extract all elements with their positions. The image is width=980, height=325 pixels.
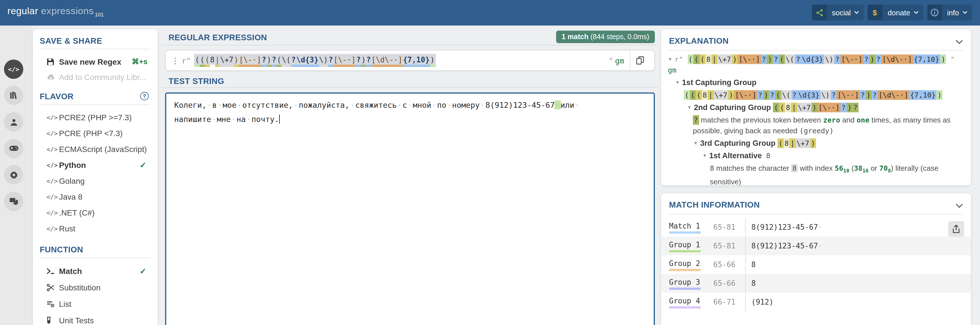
test-string-line: напишите·мне·на·почту.	[174, 112, 646, 127]
test-string-input[interactable]: Колеги,·в·мое·отсутствие,·пожалуйста,·св…	[165, 92, 655, 325]
sidebar-chat-icon[interactable]	[4, 192, 23, 211]
sidebar-code-icon[interactable]: </>	[4, 60, 23, 79]
explanation-row[interactable]: ▼1st Capturing Group	[668, 77, 965, 88]
match-name: Group 1	[669, 241, 700, 249]
test-word: Колеги,	[174, 100, 207, 109]
regex-input[interactable]: ⋮ r" (((8|\+7)[\-·]?)?(\(?\d{3}\)?[\-·]?…	[165, 50, 655, 71]
flavor-item-java-8[interactable]: </>Java 8	[46, 189, 150, 205]
regex-token: ?	[860, 90, 865, 100]
explanation-text: )	[810, 138, 816, 148]
badge-bold: 1 match	[562, 33, 589, 41]
regex-delimiter-left: r"	[181, 56, 191, 65]
explanation-row[interactable]: ▼3rd Capturing Group (8|\+7)	[668, 138, 965, 149]
group-color-strip	[669, 306, 701, 309]
regex-token: ?	[356, 55, 361, 67]
sidebar-gear-icon[interactable]	[4, 165, 23, 184]
regex-token: (	[200, 55, 205, 67]
explanation-text: 10	[843, 168, 850, 174]
collapse-chevron-icon[interactable]	[956, 201, 963, 210]
expand-triangle-icon[interactable]: ▼	[687, 105, 692, 110]
explanation-text: \+7	[795, 138, 810, 148]
regex-token: )	[767, 54, 773, 64]
explanation-row[interactable]: ▼r" (((8|\+7)[\-·]?)?(\(?\d{3}\)?[\-·]?)…	[668, 54, 965, 75]
regex-token: [\-·]	[239, 55, 261, 67]
left-panel: SAVE & SHARE Save new Regex⌘+sAdd to Com…	[33, 30, 158, 325]
flavor-item-ecmascript-javascript-[interactable]: </>ECMAScript (JavaScript)	[46, 141, 150, 157]
regex-token: [\-·]	[738, 54, 761, 64]
topbar-button-donate[interactable]: $donate	[868, 5, 924, 21]
regex-token: \(	[781, 90, 791, 100]
regex-token: {7,10}	[402, 55, 430, 67]
sidebar-gamepad-icon[interactable]	[4, 139, 23, 158]
regex-token: ?	[272, 55, 277, 67]
space-dot: ·	[231, 114, 236, 124]
explanation-row[interactable]: 8 matches the character 8 with index 561…	[668, 163, 965, 185]
copy-icon[interactable]	[630, 56, 650, 65]
function-item-match[interactable]: Match✓	[46, 263, 150, 279]
topbar-button-label: info	[942, 8, 963, 17]
function-item-label: Unit Tests	[59, 315, 94, 325]
topbar-button-info[interactable]: info	[927, 5, 972, 21]
match-name: Match 1	[669, 222, 700, 230]
flavor-item-pcre-php-7-3-[interactable]: </>PCRE (PHP <7.3)	[46, 125, 150, 141]
function-item-list[interactable]: List	[46, 295, 150, 312]
flavor-item-pcre2-php-7-3-[interactable]: </>PCRE2 (PHP >=7.3)	[46, 109, 150, 125]
flavor-item-rust[interactable]: </>Rust	[46, 220, 150, 236]
regex-token: )	[865, 90, 872, 100]
regex-pattern[interactable]: (((8|\+7)[\-·]?)?(\(?\d{3}\)?[\-·]?)?[\d…	[194, 54, 436, 67]
check-icon: ✓	[140, 266, 146, 275]
check-icon: ✓	[140, 160, 146, 170]
match-name: Group 4	[669, 296, 700, 305]
flavor-item-golang[interactable]: </>Golang	[46, 173, 150, 189]
match-value: 8	[751, 279, 756, 288]
function-item-substitution[interactable]: Substitution	[46, 279, 150, 295]
test-word: или	[560, 100, 574, 109]
chevron-down-icon	[854, 11, 859, 14]
flavor-item--net-c-[interactable]: </>.NET (C#)	[46, 205, 150, 220]
flavor-help-icon[interactable]: ?	[140, 92, 149, 100]
menu-item-save-new-regex[interactable]: Save new Regex⌘+s	[46, 54, 150, 69]
function-item-unit-tests[interactable]: Unit Tests	[46, 312, 150, 325]
explanation-row[interactable]: ▼2nd Capturing Group ((8|\+7)[\-·]?)?	[668, 102, 965, 113]
expand-triangle-icon[interactable]: ▼	[703, 153, 707, 158]
regex-token: )	[266, 55, 272, 67]
match-name-cell: Group 3	[669, 277, 713, 290]
drag-handle-icon[interactable]: ⋮	[171, 56, 178, 65]
match-highlight-h2: (912)	[490, 100, 513, 109]
test-word: в	[212, 100, 217, 109]
explanation-text: (	[779, 103, 785, 112]
export-matches-icon[interactable]	[948, 221, 964, 237]
sidebar-library-icon[interactable]	[4, 86, 23, 105]
expand-triangle-icon[interactable]: ▼	[668, 57, 673, 62]
explanation-text: ?	[853, 103, 859, 112]
explanation-row[interactable]: (((8|\+7)[\-·]?)?(\(?\d{3}\)?[\-·]?)?[\d…	[668, 90, 965, 100]
space-dot: ·	[293, 100, 299, 109]
regex-token: [\d\-·]	[371, 55, 403, 67]
regex-token: )	[361, 55, 366, 67]
explanation-row[interactable]: ? matches the previous token between zer…	[668, 114, 965, 136]
flavor-item-label: Python	[59, 160, 86, 170]
match-name: Group 3	[669, 278, 700, 287]
collapse-chevron-icon[interactable]	[956, 37, 963, 46]
code-icon: </>	[46, 209, 59, 216]
function-item-label: Substitution	[59, 283, 100, 292]
expand-triangle-icon[interactable]: ▼	[694, 141, 698, 146]
regex-flags[interactable]: gm	[615, 56, 624, 65]
space-dot: ·	[397, 100, 402, 109]
match-range: 65-66	[713, 260, 745, 269]
regex-token: |	[711, 54, 717, 64]
regex-token: (	[775, 90, 781, 100]
app-logo[interactable]: regular expressions101	[7, 6, 104, 17]
match-value: 8(912)123-45-67·	[751, 223, 822, 231]
expand-triangle-icon[interactable]: ▼	[675, 80, 680, 85]
explanation-row[interactable]: ▼1st Alternative 8	[668, 150, 965, 161]
sidebar-user-icon[interactable]	[4, 112, 23, 132]
regex-token: \(	[282, 55, 291, 67]
space-dot: ·	[574, 100, 580, 109]
flavor-item-python[interactable]: </>Python✓	[46, 157, 150, 173]
space-dot: ·	[818, 242, 822, 250]
divider	[162, 45, 658, 45]
match-name-cell: Group 2	[669, 258, 713, 271]
topbar-button-social[interactable]: social	[812, 5, 864, 21]
menu-item-add-to-community-libr-[interactable]: Add to Community Libr...	[46, 69, 150, 84]
